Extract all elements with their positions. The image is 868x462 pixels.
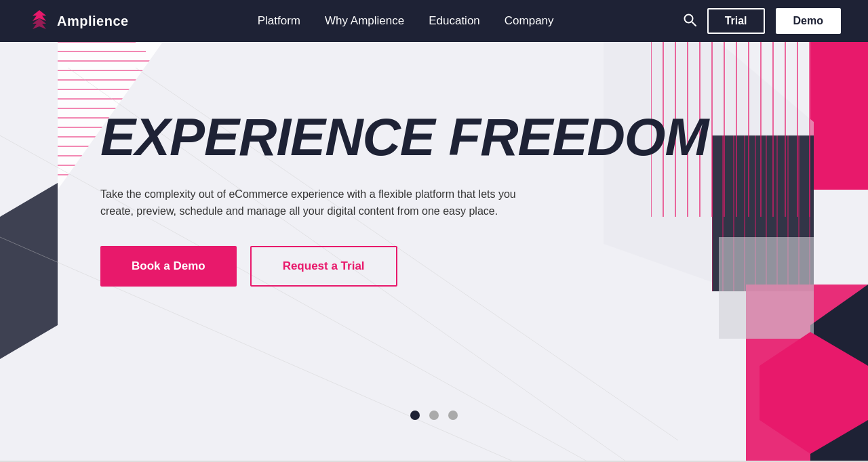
nav-item-platform[interactable]: Platform [258, 14, 300, 28]
nav-item-why-amplience[interactable]: Why Amplience [325, 14, 404, 28]
carousel-dot-3[interactable] [448, 411, 458, 420]
logo[interactable]: Amplience [27, 9, 129, 33]
nav-item-company[interactable]: Company [505, 14, 554, 28]
logo-text: Amplience [57, 14, 129, 29]
hero-content: EXPERIENCE FREEDOM Take the complexity o… [0, 42, 868, 287]
hero-title: EXPERIENCE FREEDOM [100, 110, 868, 165]
search-icon [683, 13, 696, 26]
svg-line-3 [692, 22, 696, 26]
navbar: Amplience Platform Why Amplience Educati… [0, 0, 868, 42]
carousel-dots [410, 411, 458, 420]
nav-links: Platform Why Amplience Education Company [258, 14, 554, 28]
request-trial-button[interactable]: Request a Trial [250, 246, 397, 287]
hero-section: EXPERIENCE FREEDOM Take the complexity o… [0, 0, 868, 462]
hero-buttons: Book a Demo Request a Trial [100, 246, 868, 287]
search-button[interactable] [683, 13, 696, 30]
nav-right: Trial Demo [683, 8, 841, 34]
book-demo-button[interactable]: Book a Demo [100, 246, 237, 287]
carousel-dot-1[interactable] [410, 411, 420, 420]
trial-button[interactable]: Trial [707, 8, 765, 34]
carousel-dot-2[interactable] [429, 411, 439, 420]
demo-button[interactable]: Demo [776, 8, 841, 34]
hero-subtitle: Take the complexity out of eCommerce exp… [100, 186, 521, 220]
nav-item-education[interactable]: Education [429, 14, 480, 28]
logo-icon [27, 9, 52, 33]
